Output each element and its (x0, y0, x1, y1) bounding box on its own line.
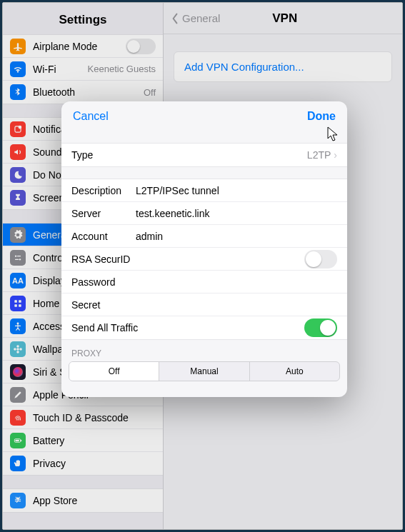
proxy-off-segment[interactable]: Off (69, 362, 159, 381)
password-row[interactable]: Password (61, 271, 347, 293)
secret-input[interactable]: Secret (71, 299, 337, 311)
chevron-right-icon: › (334, 149, 337, 161)
account-row[interactable]: Account admin (61, 225, 347, 248)
server-input[interactable]: test.keenetic.link (136, 208, 337, 219)
send-all-traffic-toggle[interactable] (304, 318, 337, 337)
proxy-manual-segment[interactable]: Manual (159, 362, 249, 381)
proxy-caption: Proxy (61, 340, 347, 361)
account-input[interactable]: admin (136, 231, 337, 242)
proxy-segmented-control[interactable]: Off Manual Auto (69, 361, 340, 381)
rsa-row[interactable]: RSA SecurID (61, 248, 347, 271)
proxy-auto-segment[interactable]: Auto (250, 362, 339, 381)
description-row[interactable]: Description L2TP/IPSec tunnel (61, 179, 347, 202)
rsa-securid-toggle[interactable] (304, 250, 337, 268)
server-row[interactable]: Server test.keenetic.link (61, 202, 347, 225)
done-button[interactable]: Done (307, 110, 336, 123)
secret-row[interactable]: Secret (61, 293, 347, 316)
device-frame: Settings Airplane ModeWi-FiKeenetic Gues… (2, 2, 403, 530)
cancel-button[interactable]: Cancel (73, 110, 109, 123)
add-configuration-sheet: Cancel Done Type L2TP › Description L2TP… (61, 101, 347, 397)
password-input[interactable]: Password (71, 276, 337, 288)
send-all-traffic-row[interactable]: Send All Traffic (61, 316, 347, 339)
type-row[interactable]: Type L2TP › (61, 144, 347, 166)
description-input[interactable]: L2TP/IPSec tunnel (136, 185, 337, 196)
